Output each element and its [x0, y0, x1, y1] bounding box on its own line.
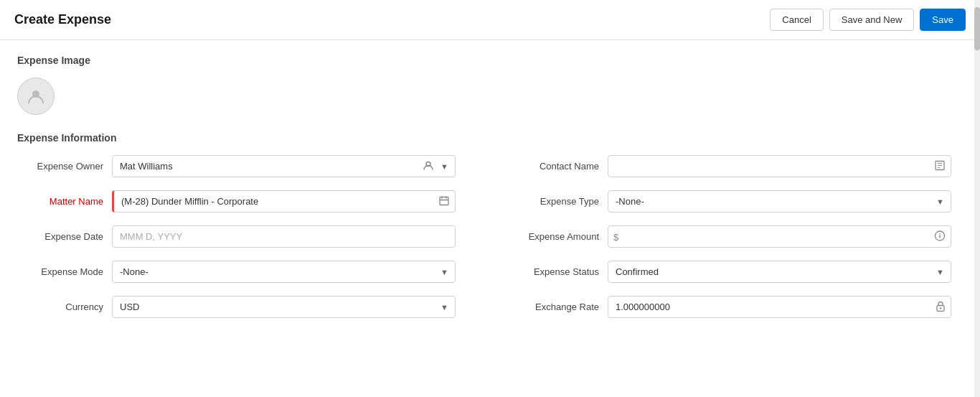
expense-status-select[interactable]: Confirmed -None-	[608, 261, 951, 283]
form-grid: Expense Owner Mat Williams ▼	[17, 155, 951, 331]
contact-name-lookup-icon	[934, 159, 946, 173]
expense-owner-wrap: Mat Williams ▼	[112, 155, 456, 177]
save-button[interactable]: Save	[920, 9, 966, 31]
currency-row: Currency USD ▼	[17, 296, 456, 318]
contact-name-row: Contact Name	[513, 155, 951, 177]
scrollbar-thumb[interactable]	[974, 7, 980, 50]
avatar-icon	[26, 86, 46, 106]
expense-type-label: Expense Type	[513, 196, 599, 207]
matter-name-label: Matter Name	[17, 196, 103, 207]
expense-date-wrap	[112, 225, 456, 248]
exchange-rate-lock-icon	[936, 300, 946, 314]
expense-owner-row: Expense Owner Mat Williams ▼	[17, 155, 456, 177]
form-left-column: Expense Owner Mat Williams ▼	[17, 155, 456, 331]
contact-name-wrap	[608, 155, 951, 177]
expense-amount-input[interactable]	[608, 225, 951, 248]
expense-date-input[interactable]	[112, 225, 456, 248]
expense-image-section: Expense Image	[17, 55, 951, 115]
expense-mode-select[interactable]: -None-	[112, 261, 456, 283]
scrollbar-track[interactable]	[974, 0, 980, 345]
matter-name-calendar-icon	[438, 195, 450, 208]
currency-label: Currency	[17, 302, 103, 312]
exchange-rate-wrap	[608, 296, 951, 318]
cancel-button[interactable]: Cancel	[770, 9, 823, 31]
expense-status-row: Expense Status Confirmed -None- ▼	[513, 261, 951, 283]
svg-rect-2	[440, 197, 448, 205]
expense-amount-row: Expense Amount $	[513, 225, 951, 248]
expense-type-wrap: -None- ▼	[608, 190, 951, 212]
svg-point-14	[940, 307, 941, 309]
save-new-button[interactable]: Save and New	[829, 9, 915, 31]
expense-status-wrap: Confirmed -None- ▼	[608, 261, 951, 283]
matter-name-wrap: document.currentScript.previousElementSi…	[112, 190, 456, 212]
currency-select[interactable]: USD	[112, 296, 456, 318]
exchange-rate-label: Exchange Rate	[513, 302, 599, 312]
form-right-column: Contact Name	[513, 155, 951, 331]
page-title: Create Expense	[14, 12, 111, 27]
information-section-title: Expense Information	[17, 132, 951, 144]
expense-owner-person-icon	[423, 159, 434, 173]
expense-amount-label: Expense Amount	[513, 231, 599, 242]
expense-mode-wrap: -None- ▼	[112, 261, 456, 283]
contact-name-input[interactable]	[608, 155, 951, 177]
expense-mode-row: Expense Mode -None- ▼	[17, 261, 456, 283]
matter-name-input[interactable]	[112, 190, 456, 212]
expense-amount-wrap: $	[608, 225, 951, 248]
matter-name-row: Matter Name document.currentScript.previ…	[17, 190, 456, 212]
expense-amount-info-icon	[934, 230, 946, 243]
exchange-rate-row: Exchange Rate	[513, 296, 951, 318]
page-header: Create Expense Cancel Save and New Save	[0, 0, 980, 40]
page-content: Expense Image Expense Information Expens…	[0, 40, 969, 345]
expense-owner-label: Expense Owner	[17, 161, 103, 172]
currency-wrap: USD ▼	[112, 296, 456, 318]
expense-owner-select[interactable]: Mat Williams	[112, 155, 456, 177]
image-section-title: Expense Image	[17, 55, 951, 66]
exchange-rate-input[interactable]	[608, 296, 951, 318]
expense-date-row: Expense Date	[17, 225, 456, 248]
header-actions: Cancel Save and New Save	[770, 9, 966, 31]
expense-information-section: Expense Information Expense Owner Mat Wi…	[17, 132, 951, 331]
expense-type-row: Expense Type -None- ▼	[513, 190, 951, 212]
expense-mode-label: Expense Mode	[17, 266, 103, 277]
svg-point-12	[939, 233, 941, 235]
expense-status-label: Expense Status	[513, 266, 599, 277]
expense-image-upload[interactable]	[17, 78, 55, 115]
expense-date-label: Expense Date	[17, 231, 103, 242]
expense-type-select[interactable]: -None-	[608, 190, 951, 212]
contact-name-label: Contact Name	[513, 161, 599, 172]
